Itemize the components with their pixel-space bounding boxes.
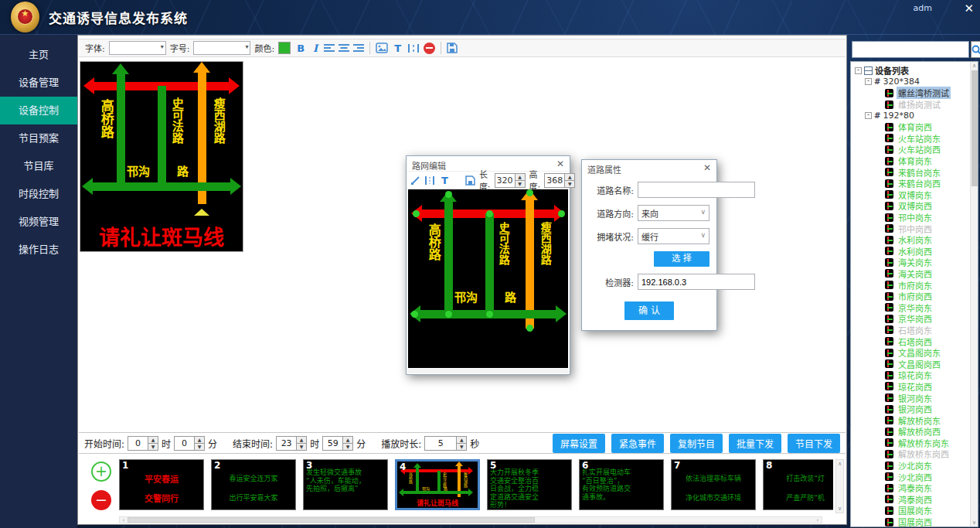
device-item[interactable]: 沙北岗西	[875, 471, 978, 482]
road-name-input[interactable]	[638, 182, 755, 198]
height-stepper[interactable]: 368▲▼	[544, 173, 575, 188]
control-point[interactable]	[486, 210, 493, 217]
text-tool-icon[interactable]: T	[439, 175, 451, 186]
text-tool-icon[interactable]: T	[392, 43, 403, 54]
road-network-icon[interactable]	[407, 43, 420, 53]
sidebar-item[interactable]: 设备管理	[0, 69, 77, 97]
image-icon[interactable]	[376, 43, 388, 53]
device-item[interactable]: 火车站岗西	[875, 144, 978, 155]
device-item[interactable]: 邗中岗西	[875, 223, 978, 234]
device-item[interactable]: 来鹤台岗西	[875, 178, 978, 189]
device-item[interactable]: 国展岗西	[875, 516, 978, 527]
step-down-icon[interactable]: ▼	[565, 180, 574, 187]
device-item[interactable]: 石塔岗东	[875, 325, 978, 336]
device-item[interactable]: 鸿泰岗西	[875, 494, 978, 506]
collapse-icon[interactable]: -	[865, 78, 872, 85]
road-props-close-icon[interactable]: ✕	[703, 162, 711, 173]
roadnet-close-icon[interactable]: ✕	[556, 158, 564, 169]
tree-root[interactable]: - 设备列表	[855, 65, 978, 77]
device-item[interactable]: 银河岗东	[875, 392, 978, 404]
program-thumbnail[interactable]: 8 打击改装“灯严查严防“机	[763, 459, 833, 510]
font-select[interactable]	[109, 41, 166, 55]
program-thumbnail[interactable]: 2 春运安全连万家出行平安靠大家	[211, 459, 296, 510]
roadnet-edit-canvas[interactable]: 高桥路 史可法路 瘦西湖路 邗沟 路	[408, 189, 568, 368]
device-item[interactable]: 解放桥东岗西	[875, 448, 978, 460]
device-item[interactable]: 维扬岗测试	[875, 99, 978, 111]
action-button[interactable]: 节目下发	[788, 434, 840, 453]
end-hour-stepper[interactable]: 23▲▼	[276, 436, 307, 451]
control-point[interactable]	[445, 311, 452, 318]
control-point[interactable]	[486, 311, 493, 318]
step-up-icon[interactable]: ▲	[516, 174, 525, 180]
start-minute-stepper[interactable]: 0▲▼	[174, 436, 205, 451]
step-up-icon[interactable]: ▲	[565, 174, 574, 180]
program-thumbnail-selected[interactable]: 4 高桥路 史可法路 瘦西湖路 邗沟 路 请礼让斑马线	[395, 459, 480, 510]
device-item[interactable]: 螺丝湾桥测试	[875, 87, 978, 99]
control-point[interactable]	[411, 311, 418, 318]
action-button[interactable]: 屏幕设置	[553, 434, 605, 453]
device-item[interactable]: 琼花岗东	[875, 370, 978, 381]
color-swatch[interactable]	[278, 42, 291, 54]
align-center-icon[interactable]	[339, 43, 349, 53]
device-item[interactable]: 文昌阁岗东	[875, 347, 978, 359]
device-item[interactable]: 体育岗西	[875, 121, 978, 133]
control-point[interactable]	[445, 191, 452, 198]
program-thumbnail[interactable]: 3 发生轻微交通事故“人未伤，车能动，先拍照，后撤离”	[303, 459, 388, 510]
device-item[interactable]: 海关岗东	[875, 257, 978, 268]
italic-button[interactable]: I	[311, 43, 320, 54]
device-search-input[interactable]	[852, 41, 969, 58]
device-item[interactable]: 来鹤台岗东	[875, 166, 978, 178]
device-item[interactable]: 解放桥岗西	[875, 426, 978, 438]
device-item[interactable]: 水利岗西	[875, 246, 978, 257]
device-item[interactable]: 双博岗东	[875, 189, 978, 201]
control-point[interactable]	[526, 189, 533, 196]
collapse-icon[interactable]: -	[865, 112, 872, 119]
tree-group[interactable]: - # 320*384	[865, 77, 978, 88]
device-item[interactable]: 体育岗东	[875, 155, 978, 167]
tree-scrollbar[interactable]: ∧∨	[970, 62, 978, 526]
device-item[interactable]: 沙北岗东	[875, 460, 978, 472]
action-button[interactable]: 批量下发	[729, 434, 781, 453]
control-point[interactable]	[413, 210, 420, 217]
device-item[interactable]: 京华岗东	[875, 301, 978, 313]
device-item[interactable]: 水利岗东	[875, 234, 978, 246]
playlist-horizontal-scrollbar[interactable]: ‹›	[119, 516, 822, 523]
device-item[interactable]: 双博岗西	[875, 200, 978, 212]
device-item[interactable]: 石塔岗西	[875, 336, 978, 347]
device-item[interactable]: 琼花岗西	[875, 381, 978, 393]
save-icon[interactable]	[465, 175, 475, 186]
device-item[interactable]: 市府岗东	[875, 279, 978, 291]
device-item[interactable]: 解放桥岗东	[875, 414, 978, 426]
sidebar-item[interactable]: 节目库	[0, 152, 77, 180]
search-button[interactable]	[971, 41, 980, 58]
delete-icon[interactable]	[424, 43, 435, 54]
window-close-icon[interactable]: ✕	[964, 2, 974, 15]
device-item[interactable]: 国展岗东	[875, 505, 978, 516]
save-icon[interactable]	[447, 43, 458, 53]
collapse-icon[interactable]: -	[855, 67, 862, 74]
action-button[interactable]: 紧急事件	[611, 434, 664, 453]
device-item[interactable]: 解放桥东岗东	[875, 438, 978, 449]
program-thumbnail[interactable]: 6 扎实开展电动车“百日整治”，有效预防道路交通事故。	[579, 459, 664, 510]
duration-stepper[interactable]: 5▲▼	[424, 436, 467, 451]
add-program-button[interactable]: +	[91, 462, 111, 482]
choose-button[interactable]: 选 择	[654, 251, 709, 267]
congestion-select[interactable]: 缓行	[638, 228, 709, 244]
sidebar-item[interactable]: 设备控制	[0, 97, 77, 124]
confirm-button[interactable]: 确 认	[624, 301, 674, 320]
length-stepper[interactable]: 320▲▼	[495, 173, 526, 188]
roadnet-canvas-scrollbar[interactable]	[408, 369, 568, 373]
sidebar-item[interactable]: 视频管理	[0, 208, 77, 236]
font-size-select[interactable]	[193, 41, 250, 55]
device-item[interactable]: 邗中岗东	[875, 212, 978, 223]
action-button[interactable]: 复制节目	[670, 434, 723, 453]
road-direction-select[interactable]: 来向	[638, 205, 709, 221]
led-display-preview[interactable]: 高桥路 史可法路 瘦西湖路 邗沟 路 请礼让斑马线	[80, 61, 243, 252]
bold-button[interactable]: B	[294, 43, 307, 54]
playlist-vertical-scrollbar[interactable]: ∧∨	[835, 459, 844, 513]
program-thumbnail[interactable]: 7 依法治理非标车辆净化城市交通环境	[671, 459, 756, 510]
step-down-icon[interactable]: ▼	[516, 180, 525, 187]
sidebar-item[interactable]: 时段控制	[0, 180, 77, 208]
start-hour-stepper[interactable]: 0▲▼	[128, 436, 158, 451]
detector-input[interactable]	[638, 274, 755, 290]
